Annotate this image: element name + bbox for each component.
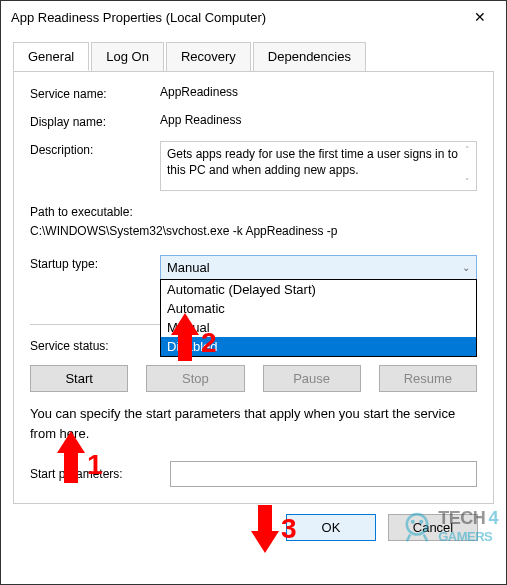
startup-type-value: Manual <box>167 260 210 275</box>
path-label: Path to executable: <box>30 203 477 222</box>
path-value: C:\WINDOWS\System32\svchost.exe -k AppRe… <box>30 222 477 241</box>
svg-point-1 <box>411 520 415 524</box>
svg-point-2 <box>419 520 423 524</box>
tab-label: Recovery <box>181 49 236 64</box>
service-control-buttons: Start Stop Pause Resume <box>30 365 477 392</box>
start-params-hint: You can specify the start parameters tha… <box>30 404 477 443</box>
resume-button[interactable]: Resume <box>379 365 477 392</box>
service-name-label: Service name: <box>30 85 160 101</box>
tab-label: General <box>28 49 74 64</box>
start-button[interactable]: Start <box>30 365 128 392</box>
window-title: App Readiness Properties (Local Computer… <box>11 10 266 25</box>
scroll-up-icon[interactable]: ˄ <box>460 144 474 156</box>
close-icon[interactable]: ✕ <box>464 9 496 25</box>
tab-panel-general: Service name: AppReadiness Display name:… <box>13 71 494 504</box>
startup-type-combobox[interactable]: Manual ⌄ <box>160 255 477 280</box>
annotation-number: 1 <box>87 449 103 481</box>
tab-dependencies[interactable]: Dependencies <box>253 42 366 71</box>
description-scrollbar[interactable]: ˄ ˅ <box>460 144 474 188</box>
description-label: Description: <box>30 141 160 157</box>
svg-point-0 <box>407 514 427 534</box>
watermark-logo-icon <box>400 509 434 543</box>
scroll-down-icon[interactable]: ˅ <box>460 176 474 188</box>
annotation-arrow-2: 2 <box>171 313 199 361</box>
description-text: Gets apps ready for use the first time a… <box>167 147 458 177</box>
watermark: TECH 4 GAMERS <box>400 508 498 544</box>
display-name-value: App Readiness <box>160 113 477 127</box>
button-label: OK <box>322 520 341 535</box>
pause-button[interactable]: Pause <box>263 365 361 392</box>
watermark-text: TECH 4 GAMERS <box>438 508 498 544</box>
chevron-down-icon: ⌄ <box>462 262 470 273</box>
tab-recovery[interactable]: Recovery <box>166 42 251 71</box>
service-name-value: AppReadiness <box>160 85 477 99</box>
button-label: Pause <box>293 371 330 386</box>
stop-button[interactable]: Stop <box>146 365 244 392</box>
tab-label: Dependencies <box>268 49 351 64</box>
annotation-number: 2 <box>201 327 217 359</box>
service-status-label: Service status: <box>30 337 160 353</box>
properties-dialog: App Readiness Properties (Local Computer… <box>0 0 507 585</box>
option-automatic[interactable]: Automatic <box>161 299 476 318</box>
annotation-number: 3 <box>281 513 297 545</box>
annotation-arrow-3: 3 <box>251 505 279 553</box>
tab-general[interactable]: General <box>13 42 89 71</box>
button-label: Stop <box>182 371 209 386</box>
description-box: Gets apps ready for use the first time a… <box>160 141 477 191</box>
client-area: General Log On Recovery Dependencies Ser… <box>1 33 506 584</box>
titlebar: App Readiness Properties (Local Computer… <box>1 1 506 33</box>
startup-type-label: Startup type: <box>30 255 160 271</box>
display-name-label: Display name: <box>30 113 160 129</box>
button-label: Resume <box>404 371 452 386</box>
tab-logon[interactable]: Log On <box>91 42 164 71</box>
annotation-arrow-1: 1 <box>57 431 85 483</box>
option-automatic-delayed[interactable]: Automatic (Delayed Start) <box>161 280 476 299</box>
tab-strip: General Log On Recovery Dependencies <box>13 42 494 72</box>
tab-label: Log On <box>106 49 149 64</box>
ok-button[interactable]: OK <box>286 514 376 541</box>
start-params-input[interactable] <box>170 461 477 487</box>
button-label: Start <box>65 371 92 386</box>
